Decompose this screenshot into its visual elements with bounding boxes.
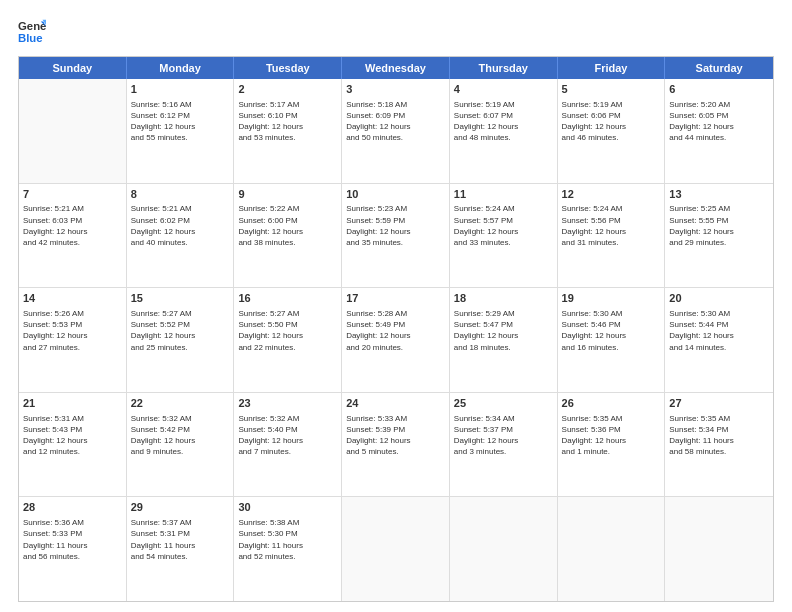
- calendar-cell: 9Sunrise: 5:22 AM Sunset: 6:00 PM Daylig…: [234, 184, 342, 288]
- weekday-header: Thursday: [450, 57, 558, 79]
- day-info: Sunrise: 5:30 AM Sunset: 5:46 PM Dayligh…: [562, 308, 661, 353]
- calendar-cell: 15Sunrise: 5:27 AM Sunset: 5:52 PM Dayli…: [127, 288, 235, 392]
- calendar-row: 1Sunrise: 5:16 AM Sunset: 6:12 PM Daylig…: [19, 79, 773, 184]
- calendar-cell: 12Sunrise: 5:24 AM Sunset: 5:56 PM Dayli…: [558, 184, 666, 288]
- day-info: Sunrise: 5:24 AM Sunset: 5:56 PM Dayligh…: [562, 203, 661, 248]
- day-number: 9: [238, 187, 337, 202]
- day-info: Sunrise: 5:29 AM Sunset: 5:47 PM Dayligh…: [454, 308, 553, 353]
- calendar-cell: 17Sunrise: 5:28 AM Sunset: 5:49 PM Dayli…: [342, 288, 450, 392]
- day-number: 6: [669, 82, 769, 97]
- day-number: 2: [238, 82, 337, 97]
- logo: General Blue: [18, 18, 52, 46]
- calendar-cell: [558, 497, 666, 601]
- day-number: 21: [23, 396, 122, 411]
- calendar-cell: 26Sunrise: 5:35 AM Sunset: 5:36 PM Dayli…: [558, 393, 666, 497]
- calendar-cell: [665, 497, 773, 601]
- weekday-header: Saturday: [665, 57, 773, 79]
- calendar-cell: 20Sunrise: 5:30 AM Sunset: 5:44 PM Dayli…: [665, 288, 773, 392]
- calendar-cell: 2Sunrise: 5:17 AM Sunset: 6:10 PM Daylig…: [234, 79, 342, 183]
- day-info: Sunrise: 5:28 AM Sunset: 5:49 PM Dayligh…: [346, 308, 445, 353]
- day-number: 18: [454, 291, 553, 306]
- day-info: Sunrise: 5:32 AM Sunset: 5:42 PM Dayligh…: [131, 413, 230, 458]
- day-number: 24: [346, 396, 445, 411]
- calendar-header: SundayMondayTuesdayWednesdayThursdayFrid…: [19, 57, 773, 79]
- day-number: 10: [346, 187, 445, 202]
- day-info: Sunrise: 5:27 AM Sunset: 5:52 PM Dayligh…: [131, 308, 230, 353]
- day-info: Sunrise: 5:35 AM Sunset: 5:36 PM Dayligh…: [562, 413, 661, 458]
- calendar-cell: 25Sunrise: 5:34 AM Sunset: 5:37 PM Dayli…: [450, 393, 558, 497]
- day-info: Sunrise: 5:21 AM Sunset: 6:03 PM Dayligh…: [23, 203, 122, 248]
- day-number: 20: [669, 291, 769, 306]
- day-number: 12: [562, 187, 661, 202]
- calendar-cell: 4Sunrise: 5:19 AM Sunset: 6:07 PM Daylig…: [450, 79, 558, 183]
- calendar-row: 7Sunrise: 5:21 AM Sunset: 6:03 PM Daylig…: [19, 184, 773, 289]
- day-info: Sunrise: 5:21 AM Sunset: 6:02 PM Dayligh…: [131, 203, 230, 248]
- day-number: 16: [238, 291, 337, 306]
- page: General Blue SundayMondayTuesdayWednesda…: [0, 0, 792, 612]
- calendar-cell: 13Sunrise: 5:25 AM Sunset: 5:55 PM Dayli…: [665, 184, 773, 288]
- day-info: Sunrise: 5:26 AM Sunset: 5:53 PM Dayligh…: [23, 308, 122, 353]
- day-info: Sunrise: 5:30 AM Sunset: 5:44 PM Dayligh…: [669, 308, 769, 353]
- calendar: SundayMondayTuesdayWednesdayThursdayFrid…: [18, 56, 774, 602]
- calendar-cell: 14Sunrise: 5:26 AM Sunset: 5:53 PM Dayli…: [19, 288, 127, 392]
- day-info: Sunrise: 5:25 AM Sunset: 5:55 PM Dayligh…: [669, 203, 769, 248]
- calendar-cell: [342, 497, 450, 601]
- day-number: 14: [23, 291, 122, 306]
- calendar-cell: 3Sunrise: 5:18 AM Sunset: 6:09 PM Daylig…: [342, 79, 450, 183]
- day-number: 26: [562, 396, 661, 411]
- calendar-cell: 28Sunrise: 5:36 AM Sunset: 5:33 PM Dayli…: [19, 497, 127, 601]
- day-info: Sunrise: 5:24 AM Sunset: 5:57 PM Dayligh…: [454, 203, 553, 248]
- calendar-cell: 6Sunrise: 5:20 AM Sunset: 6:05 PM Daylig…: [665, 79, 773, 183]
- logo-icon: General Blue: [18, 18, 46, 46]
- calendar-cell: 1Sunrise: 5:16 AM Sunset: 6:12 PM Daylig…: [127, 79, 235, 183]
- calendar-cell: 22Sunrise: 5:32 AM Sunset: 5:42 PM Dayli…: [127, 393, 235, 497]
- day-info: Sunrise: 5:20 AM Sunset: 6:05 PM Dayligh…: [669, 99, 769, 144]
- calendar-row: 28Sunrise: 5:36 AM Sunset: 5:33 PM Dayli…: [19, 497, 773, 601]
- day-info: Sunrise: 5:32 AM Sunset: 5:40 PM Dayligh…: [238, 413, 337, 458]
- day-info: Sunrise: 5:19 AM Sunset: 6:06 PM Dayligh…: [562, 99, 661, 144]
- calendar-cell: 30Sunrise: 5:38 AM Sunset: 5:30 PM Dayli…: [234, 497, 342, 601]
- day-info: Sunrise: 5:16 AM Sunset: 6:12 PM Dayligh…: [131, 99, 230, 144]
- day-info: Sunrise: 5:33 AM Sunset: 5:39 PM Dayligh…: [346, 413, 445, 458]
- day-number: 11: [454, 187, 553, 202]
- calendar-cell: 18Sunrise: 5:29 AM Sunset: 5:47 PM Dayli…: [450, 288, 558, 392]
- day-info: Sunrise: 5:36 AM Sunset: 5:33 PM Dayligh…: [23, 517, 122, 562]
- day-info: Sunrise: 5:17 AM Sunset: 6:10 PM Dayligh…: [238, 99, 337, 144]
- calendar-cell: 29Sunrise: 5:37 AM Sunset: 5:31 PM Dayli…: [127, 497, 235, 601]
- day-info: Sunrise: 5:38 AM Sunset: 5:30 PM Dayligh…: [238, 517, 337, 562]
- calendar-cell: 19Sunrise: 5:30 AM Sunset: 5:46 PM Dayli…: [558, 288, 666, 392]
- calendar-cell: 5Sunrise: 5:19 AM Sunset: 6:06 PM Daylig…: [558, 79, 666, 183]
- day-number: 3: [346, 82, 445, 97]
- day-number: 29: [131, 500, 230, 515]
- calendar-row: 21Sunrise: 5:31 AM Sunset: 5:43 PM Dayli…: [19, 393, 773, 498]
- calendar-cell: 11Sunrise: 5:24 AM Sunset: 5:57 PM Dayli…: [450, 184, 558, 288]
- calendar-cell: [19, 79, 127, 183]
- calendar-cell: 21Sunrise: 5:31 AM Sunset: 5:43 PM Dayli…: [19, 393, 127, 497]
- calendar-cell: [450, 497, 558, 601]
- calendar-cell: 16Sunrise: 5:27 AM Sunset: 5:50 PM Dayli…: [234, 288, 342, 392]
- header: General Blue: [18, 18, 774, 46]
- day-number: 7: [23, 187, 122, 202]
- weekday-header: Tuesday: [234, 57, 342, 79]
- day-number: 19: [562, 291, 661, 306]
- day-info: Sunrise: 5:35 AM Sunset: 5:34 PM Dayligh…: [669, 413, 769, 458]
- calendar-cell: 7Sunrise: 5:21 AM Sunset: 6:03 PM Daylig…: [19, 184, 127, 288]
- weekday-header: Monday: [127, 57, 235, 79]
- day-number: 17: [346, 291, 445, 306]
- day-number: 28: [23, 500, 122, 515]
- day-info: Sunrise: 5:18 AM Sunset: 6:09 PM Dayligh…: [346, 99, 445, 144]
- calendar-cell: 10Sunrise: 5:23 AM Sunset: 5:59 PM Dayli…: [342, 184, 450, 288]
- weekday-header: Sunday: [19, 57, 127, 79]
- day-info: Sunrise: 5:31 AM Sunset: 5:43 PM Dayligh…: [23, 413, 122, 458]
- day-number: 15: [131, 291, 230, 306]
- weekday-header: Friday: [558, 57, 666, 79]
- day-info: Sunrise: 5:37 AM Sunset: 5:31 PM Dayligh…: [131, 517, 230, 562]
- weekday-header: Wednesday: [342, 57, 450, 79]
- day-number: 5: [562, 82, 661, 97]
- calendar-cell: 27Sunrise: 5:35 AM Sunset: 5:34 PM Dayli…: [665, 393, 773, 497]
- day-number: 4: [454, 82, 553, 97]
- day-number: 1: [131, 82, 230, 97]
- day-info: Sunrise: 5:19 AM Sunset: 6:07 PM Dayligh…: [454, 99, 553, 144]
- calendar-body: 1Sunrise: 5:16 AM Sunset: 6:12 PM Daylig…: [19, 79, 773, 601]
- calendar-cell: 8Sunrise: 5:21 AM Sunset: 6:02 PM Daylig…: [127, 184, 235, 288]
